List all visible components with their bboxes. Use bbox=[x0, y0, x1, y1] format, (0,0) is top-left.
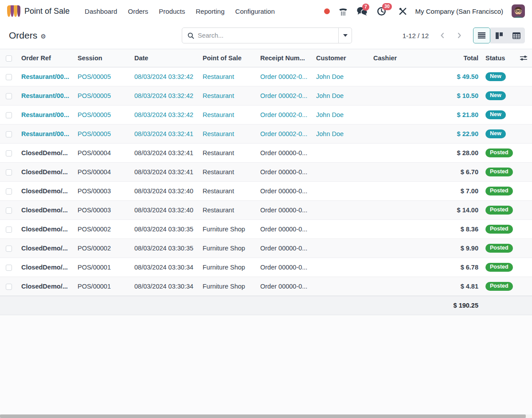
cell-cashier bbox=[370, 163, 426, 182]
pager-next-button[interactable] bbox=[452, 28, 467, 43]
app-menu-button[interactable]: Point of Sale bbox=[7, 5, 70, 17]
cell-receipt-number: Order 00000-0... bbox=[257, 182, 313, 201]
select-all-header[interactable] bbox=[0, 49, 18, 67]
cell-date: 08/03/2024 03:32:42 bbox=[131, 105, 199, 125]
order-row[interactable]: ClosedDemo/... POS/00002 08/03/2024 03:3… bbox=[0, 220, 532, 239]
row-checkbox[interactable] bbox=[6, 131, 12, 137]
pivot-view-button[interactable] bbox=[508, 27, 525, 43]
orders-table-body: Restaurant/00... POS/00005 08/03/2024 03… bbox=[0, 67, 532, 296]
row-checkbox[interactable] bbox=[6, 150, 12, 156]
cell-customer: John Doe bbox=[313, 86, 370, 105]
kanban-view-icon bbox=[496, 32, 503, 39]
cell-customer: John Doe bbox=[313, 105, 370, 125]
header-point-of-sale[interactable]: Point of Sale bbox=[199, 49, 257, 67]
cell-total: $ 7.00 bbox=[426, 182, 482, 201]
debug-tools-button[interactable] bbox=[399, 7, 407, 16]
order-row[interactable]: ClosedDemo/... POS/00001 08/03/2024 03:3… bbox=[0, 277, 532, 296]
header-order-ref[interactable]: Order Ref bbox=[18, 49, 74, 67]
order-row[interactable]: Restaurant/00... POS/00005 08/03/2024 03… bbox=[0, 105, 532, 125]
order-row[interactable]: Restaurant/00... POS/00005 08/03/2024 03… bbox=[0, 86, 532, 105]
cell-point-of-sale: Furniture Shop bbox=[199, 258, 257, 277]
menu-dashboard[interactable]: Dashboard bbox=[79, 4, 122, 18]
row-checkbox[interactable] bbox=[6, 74, 12, 80]
cell-cashier bbox=[370, 86, 426, 105]
messages-button[interactable]: 7 bbox=[356, 7, 368, 16]
cell-point-of-sale: Restaurant bbox=[199, 182, 257, 201]
header-customer[interactable]: Customer bbox=[313, 49, 370, 67]
voip-button[interactable] bbox=[338, 7, 348, 16]
cell-point-of-sale: Furniture Shop bbox=[199, 220, 257, 239]
header-session[interactable]: Session bbox=[74, 49, 131, 67]
header-total[interactable]: Total bbox=[426, 49, 482, 67]
order-row[interactable]: ClosedDemo/... POS/00001 08/03/2024 03:3… bbox=[0, 258, 532, 277]
row-checkbox[interactable] bbox=[6, 169, 12, 176]
user-avatar[interactable] bbox=[512, 4, 525, 18]
cell-cashier bbox=[370, 67, 426, 86]
cell-session: POS/00005 bbox=[74, 105, 131, 125]
row-checkbox[interactable] bbox=[6, 246, 12, 252]
cell-cashier bbox=[370, 258, 426, 277]
activities-count-badge: 30 bbox=[382, 3, 392, 10]
row-checkbox[interactable] bbox=[6, 207, 12, 214]
cell-date: 08/03/2024 03:32:42 bbox=[131, 67, 199, 86]
header-cashier[interactable]: Cashier bbox=[370, 49, 426, 67]
row-checkbox[interactable] bbox=[6, 188, 12, 195]
cell-point-of-sale: Restaurant bbox=[199, 163, 257, 182]
cell-point-of-sale: Restaurant bbox=[199, 125, 257, 144]
cell-session: POS/00003 bbox=[74, 182, 131, 201]
row-checkbox[interactable] bbox=[6, 93, 12, 99]
pager-previous-button[interactable] bbox=[435, 28, 450, 43]
cell-total: $ 9.90 bbox=[426, 239, 482, 258]
menu-configuration[interactable]: Configuration bbox=[230, 4, 280, 18]
cell-session: POS/00004 bbox=[74, 144, 131, 163]
row-checkbox[interactable] bbox=[6, 265, 12, 271]
cell-cashier bbox=[370, 220, 426, 239]
cell-session: POS/00001 bbox=[74, 258, 131, 277]
search-bar bbox=[182, 27, 352, 43]
company-switcher[interactable]: My Company (San Francisco) bbox=[415, 8, 503, 15]
cell-customer bbox=[313, 182, 370, 201]
header-receipt-number[interactable]: Receipt Num... bbox=[257, 49, 313, 67]
cell-session: POS/00002 bbox=[74, 239, 131, 258]
search-input[interactable] bbox=[198, 32, 333, 39]
select-all-checkbox[interactable] bbox=[6, 55, 12, 62]
order-row[interactable]: ClosedDemo/... POS/00004 08/03/2024 03:3… bbox=[0, 163, 532, 182]
cell-customer bbox=[313, 258, 370, 277]
row-checkbox[interactable] bbox=[6, 112, 12, 118]
kanban-view-button[interactable] bbox=[490, 27, 508, 43]
cell-total: $ 28.00 bbox=[426, 144, 482, 163]
menu-orders[interactable]: Orders bbox=[122, 4, 153, 18]
header-date[interactable]: Date bbox=[131, 49, 199, 67]
activities-button[interactable]: 30 bbox=[376, 6, 387, 16]
order-row[interactable]: ClosedDemo/... POS/00004 08/03/2024 03:3… bbox=[0, 144, 532, 163]
order-row[interactable]: ClosedDemo/... POS/00002 08/03/2024 03:3… bbox=[0, 239, 532, 258]
order-row[interactable]: Restaurant/00... POS/00005 08/03/2024 03… bbox=[0, 67, 532, 86]
menu-reporting[interactable]: Reporting bbox=[191, 4, 230, 18]
cell-cashier bbox=[370, 144, 426, 163]
orders-list-view: Order Ref Session Date Point of Sale Rec… bbox=[0, 49, 532, 315]
table-header-row: Order Ref Session Date Point of Sale Rec… bbox=[0, 49, 532, 67]
search-options-toggle[interactable] bbox=[338, 28, 352, 43]
cell-receipt-number: Order 00000-0... bbox=[257, 239, 313, 258]
voip-phone-icon bbox=[338, 7, 348, 16]
cell-cashier bbox=[370, 277, 426, 296]
cell-session: POS/00005 bbox=[74, 125, 131, 144]
optional-columns-button[interactable] bbox=[516, 49, 532, 67]
pivot-view-icon bbox=[512, 32, 520, 39]
order-row[interactable]: ClosedDemo/... POS/00003 08/03/2024 03:3… bbox=[0, 182, 532, 201]
menu-products[interactable]: Products bbox=[153, 4, 190, 18]
list-view-button[interactable] bbox=[473, 27, 490, 43]
cell-customer bbox=[313, 163, 370, 182]
order-row[interactable]: Restaurant/00... POS/00005 08/03/2024 03… bbox=[0, 125, 532, 144]
order-row[interactable]: ClosedDemo/... POS/00003 08/03/2024 03:3… bbox=[0, 201, 532, 220]
cell-total: $ 6.78 bbox=[426, 258, 482, 277]
cell-date: 08/03/2024 03:32:40 bbox=[131, 201, 199, 220]
horizontal-scrollbar-thumb[interactable] bbox=[0, 414, 526, 418]
cell-date: 08/03/2024 03:30:35 bbox=[131, 220, 199, 239]
row-checkbox[interactable] bbox=[6, 284, 12, 290]
cell-receipt-number: Order 00000-0... bbox=[257, 220, 313, 239]
cell-receipt-number: Order 00002-0... bbox=[257, 105, 313, 125]
row-checkbox[interactable] bbox=[6, 227, 12, 233]
action-gear-icon[interactable]: ⚙ bbox=[40, 32, 46, 39]
header-status[interactable]: Status bbox=[482, 49, 516, 67]
